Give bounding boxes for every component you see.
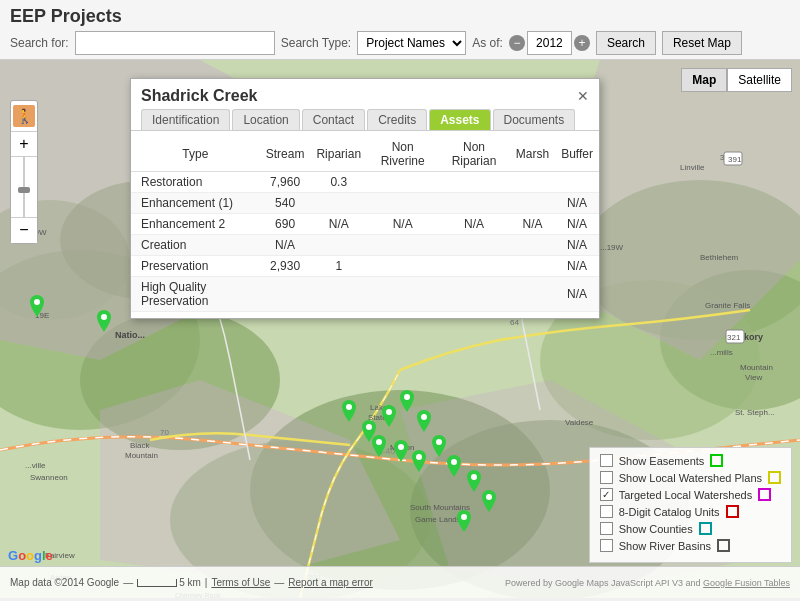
svg-point-47 bbox=[34, 299, 40, 305]
table-cell: 540 bbox=[260, 193, 311, 214]
tab-credits[interactable]: Credits bbox=[367, 109, 427, 130]
tab-documents[interactable]: Documents bbox=[493, 109, 576, 130]
table-row: Enhancement 2690N/AN/AN/AN/AN/A bbox=[131, 214, 599, 235]
year-input[interactable] bbox=[527, 31, 572, 55]
col-marsh: Marsh bbox=[510, 137, 555, 172]
fusion-link[interactable]: Google Fusion Tables bbox=[703, 578, 790, 588]
svg-text:Game Lands: Game Lands bbox=[415, 515, 461, 524]
map-pin[interactable] bbox=[430, 435, 448, 457]
table-row: CreationN/AN/A bbox=[131, 235, 599, 256]
map-footer: Map data ©2014 Google — 5 km | Terms of … bbox=[0, 566, 800, 598]
search-type-select[interactable]: Project Names Project IDs Counties Water… bbox=[357, 31, 466, 55]
svg-point-55 bbox=[398, 444, 404, 450]
footer-separator3: — bbox=[274, 577, 284, 588]
legend-item[interactable]: Show Easements bbox=[600, 454, 781, 467]
map-pin[interactable] bbox=[410, 450, 428, 472]
table-cell bbox=[310, 193, 367, 214]
app-title: EEP Projects bbox=[10, 6, 790, 27]
tab-assets[interactable]: Assets bbox=[429, 109, 490, 130]
map-pin[interactable] bbox=[340, 400, 358, 422]
asof-controls: − + bbox=[509, 31, 590, 55]
table-cell bbox=[310, 235, 367, 256]
street-view-icon[interactable]: 🚶 bbox=[13, 105, 35, 127]
legend-item[interactable]: 8-Digit Catalog Units bbox=[600, 505, 781, 518]
map-data-text: Map data ©2014 Google bbox=[10, 577, 119, 588]
table-cell: Enhancement 2 bbox=[131, 214, 260, 235]
legend-label: Targeted Local Watersheds bbox=[619, 489, 753, 501]
table-cell bbox=[438, 277, 510, 312]
map-pin[interactable] bbox=[95, 310, 113, 332]
search-type-group: Project Names Project IDs Counties Water… bbox=[357, 31, 466, 55]
svg-text:64: 64 bbox=[510, 318, 519, 327]
legend-item[interactable]: Show River Basins bbox=[600, 539, 781, 552]
year-decrement-button[interactable]: − bbox=[509, 35, 525, 51]
map-type-map-button[interactable]: Map bbox=[681, 68, 727, 92]
map-pin[interactable] bbox=[465, 470, 483, 492]
legend-swatch bbox=[717, 539, 730, 552]
map-container[interactable]: I-40 70 64 221 Natio... Black Mountain .… bbox=[0, 60, 800, 598]
tab-identification[interactable]: Identification bbox=[141, 109, 230, 130]
scale-bar: 5 km bbox=[137, 577, 201, 588]
legend-checkbox[interactable] bbox=[600, 539, 613, 552]
map-pin[interactable] bbox=[28, 295, 46, 317]
svg-text:Bethlehem: Bethlehem bbox=[700, 253, 739, 262]
legend-item[interactable]: Show Counties bbox=[600, 522, 781, 535]
legend-panel: Show EasementsShow Local Watershed Plans… bbox=[589, 447, 792, 563]
popup-content: Type Stream Riparian Non Riverine Non Ri… bbox=[131, 131, 599, 318]
popup-close-button[interactable]: ✕ bbox=[577, 88, 589, 104]
col-buffer: Buffer bbox=[555, 137, 599, 172]
report-link[interactable]: Report a map error bbox=[288, 577, 372, 588]
table-cell: N/A bbox=[260, 235, 311, 256]
reset-map-button[interactable]: Reset Map bbox=[662, 31, 742, 55]
google-logo: Google bbox=[8, 548, 53, 563]
zoom-slider[interactable] bbox=[11, 157, 37, 217]
table-row: High Quality PreservationN/A bbox=[131, 277, 599, 312]
table-cell bbox=[367, 256, 438, 277]
svg-point-60 bbox=[486, 494, 492, 500]
table-cell bbox=[510, 235, 555, 256]
search-input[interactable] bbox=[75, 31, 275, 55]
map-pin[interactable] bbox=[455, 510, 473, 532]
legend-checkbox[interactable] bbox=[600, 488, 613, 501]
zoom-in-button[interactable]: + bbox=[11, 131, 37, 157]
legend-item[interactable]: Show Local Watershed Plans bbox=[600, 471, 781, 484]
map-pin[interactable] bbox=[380, 405, 398, 427]
table-cell: N/A bbox=[555, 256, 599, 277]
terms-link[interactable]: Terms of Use bbox=[211, 577, 270, 588]
table-cell: 690 bbox=[260, 214, 311, 235]
legend-checkbox[interactable] bbox=[600, 454, 613, 467]
legend-checkbox[interactable] bbox=[600, 522, 613, 535]
svg-text:Swanneon: Swanneon bbox=[30, 473, 68, 482]
as-of-label: As of: bbox=[472, 36, 503, 50]
map-pin[interactable] bbox=[445, 455, 463, 477]
col-stream: Stream bbox=[260, 137, 311, 172]
map-pin[interactable] bbox=[480, 490, 498, 512]
col-non-riparian: Non Riparian bbox=[438, 137, 510, 172]
svg-text:Mountain: Mountain bbox=[740, 363, 773, 372]
table-cell: Preservation bbox=[131, 256, 260, 277]
table-cell bbox=[438, 235, 510, 256]
table-cell: 1 bbox=[310, 256, 367, 277]
legend-checkbox[interactable] bbox=[600, 505, 613, 518]
table-cell: Restoration bbox=[131, 172, 260, 193]
legend-item[interactable]: Targeted Local Watersheds bbox=[600, 488, 781, 501]
table-row: Enhancement (1)540N/A bbox=[131, 193, 599, 214]
map-pin[interactable] bbox=[370, 435, 388, 457]
tab-location[interactable]: Location bbox=[232, 109, 299, 130]
map-pin[interactable] bbox=[415, 410, 433, 432]
svg-text:Granite Falls: Granite Falls bbox=[705, 301, 750, 310]
svg-text:Valdese: Valdese bbox=[565, 418, 594, 427]
legend-checkbox[interactable] bbox=[600, 471, 613, 484]
year-increment-button[interactable]: + bbox=[574, 35, 590, 51]
map-type-satellite-button[interactable]: Satellite bbox=[727, 68, 792, 92]
map-pin[interactable] bbox=[392, 440, 410, 462]
tab-contact[interactable]: Contact bbox=[302, 109, 365, 130]
search-button[interactable]: Search bbox=[596, 31, 656, 55]
popup-title-bar: Shadrick Creek ✕ bbox=[131, 79, 599, 109]
table-cell bbox=[310, 277, 367, 312]
table-cell: 2,930 bbox=[260, 256, 311, 277]
table-cell: Enhancement (1) bbox=[131, 193, 260, 214]
svg-point-59 bbox=[471, 474, 477, 480]
zoom-out-button[interactable]: − bbox=[11, 217, 37, 242]
map-pin[interactable] bbox=[398, 390, 416, 412]
